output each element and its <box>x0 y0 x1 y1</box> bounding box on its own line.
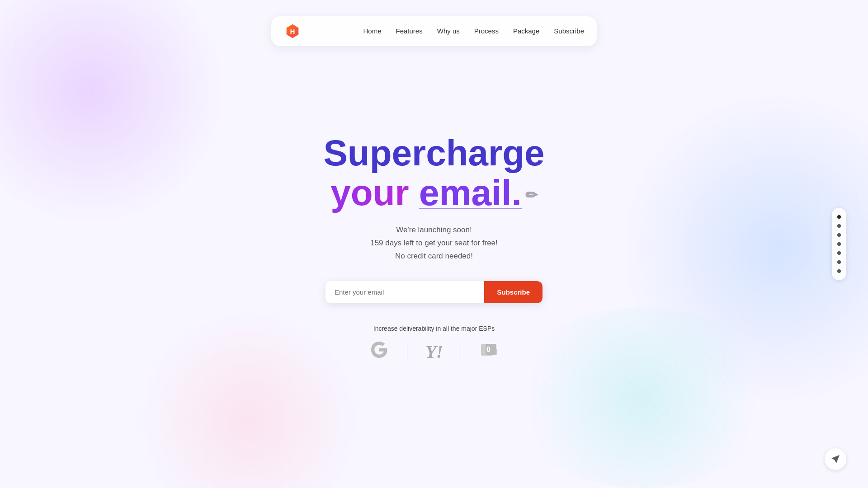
esps-section: Increase deliverability in all the major… <box>352 325 516 364</box>
nav-home[interactable]: Home <box>363 27 382 35</box>
hero-title-email: email. <box>419 173 522 213</box>
dot-1[interactable] <box>837 215 841 219</box>
logo[interactable]: H <box>284 23 301 40</box>
hero-subtitle: We're launching soon! 159 days left to g… <box>370 224 498 263</box>
esp-yahoo: Y! <box>407 341 461 362</box>
subscribe-button[interactable]: Subscribe <box>484 281 542 303</box>
nav-subscribe[interactable]: Subscribe <box>554 27 584 35</box>
esps-label: Increase deliverability in all the major… <box>352 325 516 332</box>
subtitle-line1: We're launching soon! <box>396 225 472 234</box>
esps-logos: Y! 0 <box>352 340 516 364</box>
svg-text:0: 0 <box>486 346 491 353</box>
esp-outlook: 0 <box>461 340 516 363</box>
dot-3[interactable] <box>837 233 841 237</box>
hero-title-line1: Supercharge <box>323 133 544 173</box>
hero-title-line2: your email.✏ <box>323 173 544 213</box>
send-button[interactable] <box>825 448 846 470</box>
dot-6[interactable] <box>837 260 841 264</box>
yahoo-logo: Y! <box>425 341 443 362</box>
hero-title-your: your <box>330 173 419 213</box>
nav-package[interactable]: Package <box>513 27 539 35</box>
dot-5[interactable] <box>837 251 841 255</box>
svg-text:H: H <box>290 28 295 35</box>
pencil-icon: ✏ <box>525 188 538 203</box>
outlook-logo: 0 <box>479 340 498 363</box>
navbar: H Home Features Why us Process Package S… <box>271 16 597 46</box>
dot-7[interactable] <box>837 269 841 273</box>
dot-2[interactable] <box>837 224 841 228</box>
main-content: Supercharge your email.✏ We're launching… <box>0 0 868 488</box>
dot-4[interactable] <box>837 242 841 246</box>
email-form: Subscribe <box>326 281 542 303</box>
nav-why-us[interactable]: Why us <box>437 27 460 35</box>
google-logo <box>370 340 389 364</box>
nav-features[interactable]: Features <box>396 27 423 35</box>
email-input[interactable] <box>326 281 484 303</box>
dots-navigation <box>832 208 846 280</box>
hero-title: Supercharge your email.✏ <box>323 133 544 213</box>
nav-process[interactable]: Process <box>474 27 499 35</box>
subtitle-line3: No credit card needed! <box>395 252 473 260</box>
esp-google <box>352 340 407 364</box>
subtitle-line2: 159 days left to get your seat for free! <box>370 239 498 247</box>
